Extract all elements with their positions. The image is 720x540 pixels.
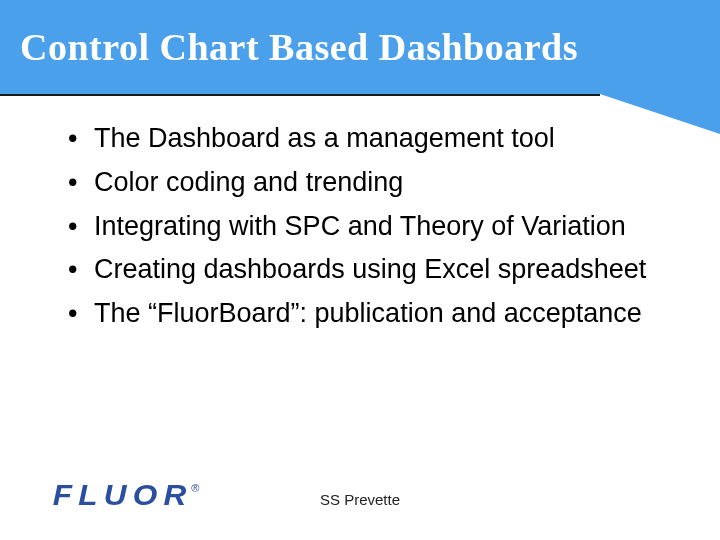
content-area: The Dashboard as a management tool Color… (0, 94, 720, 331)
list-item: Color coding and trending (68, 166, 668, 200)
footer: FLUOR ® SS Prevette (0, 462, 720, 522)
list-item: Integrating with SPC and Theory of Varia… (68, 210, 668, 244)
list-item: The “FluorBoard”: publication and accept… (68, 297, 668, 331)
title-underline (0, 94, 600, 96)
author-name: SS Prevette (0, 491, 720, 508)
slide-title: Control Chart Based Dashboards (20, 25, 578, 69)
list-item: The Dashboard as a management tool (68, 122, 668, 156)
list-item: Creating dashboards using Excel spreadsh… (68, 253, 668, 287)
title-band: Control Chart Based Dashboards (0, 0, 720, 94)
bullet-list: The Dashboard as a management tool Color… (68, 122, 668, 331)
